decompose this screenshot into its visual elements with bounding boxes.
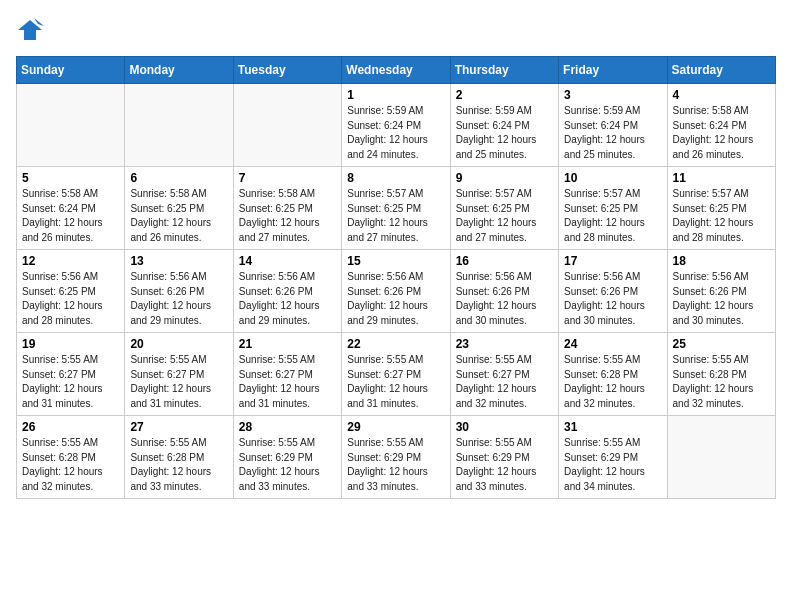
calendar-cell: 11Sunrise: 5:57 AM Sunset: 6:25 PM Dayli… [667,167,775,250]
calendar-table: SundayMondayTuesdayWednesdayThursdayFrid… [16,56,776,499]
cell-info: Sunrise: 5:58 AM Sunset: 6:25 PM Dayligh… [130,187,227,245]
cell-info: Sunrise: 5:59 AM Sunset: 6:24 PM Dayligh… [456,104,553,162]
day-header-thursday: Thursday [450,57,558,84]
day-header-saturday: Saturday [667,57,775,84]
cell-info: Sunrise: 5:56 AM Sunset: 6:26 PM Dayligh… [347,270,444,328]
calendar-cell: 13Sunrise: 5:56 AM Sunset: 6:26 PM Dayli… [125,250,233,333]
cell-info: Sunrise: 5:55 AM Sunset: 6:29 PM Dayligh… [239,436,336,494]
cell-info: Sunrise: 5:55 AM Sunset: 6:27 PM Dayligh… [456,353,553,411]
week-row-3: 12Sunrise: 5:56 AM Sunset: 6:25 PM Dayli… [17,250,776,333]
cell-info: Sunrise: 5:56 AM Sunset: 6:26 PM Dayligh… [456,270,553,328]
day-number: 16 [456,254,553,268]
day-number: 10 [564,171,661,185]
cell-info: Sunrise: 5:55 AM Sunset: 6:29 PM Dayligh… [456,436,553,494]
calendar-cell: 15Sunrise: 5:56 AM Sunset: 6:26 PM Dayli… [342,250,450,333]
day-number: 21 [239,337,336,351]
week-row-1: 1Sunrise: 5:59 AM Sunset: 6:24 PM Daylig… [17,84,776,167]
cell-info: Sunrise: 5:55 AM Sunset: 6:27 PM Dayligh… [130,353,227,411]
cell-info: Sunrise: 5:58 AM Sunset: 6:25 PM Dayligh… [239,187,336,245]
week-row-2: 5Sunrise: 5:58 AM Sunset: 6:24 PM Daylig… [17,167,776,250]
day-header-monday: Monday [125,57,233,84]
cell-info: Sunrise: 5:58 AM Sunset: 6:24 PM Dayligh… [673,104,770,162]
day-number: 8 [347,171,444,185]
calendar-cell [233,84,341,167]
cell-info: Sunrise: 5:55 AM Sunset: 6:28 PM Dayligh… [673,353,770,411]
calendar-cell: 25Sunrise: 5:55 AM Sunset: 6:28 PM Dayli… [667,333,775,416]
day-number: 23 [456,337,553,351]
day-header-friday: Friday [559,57,667,84]
day-number: 2 [456,88,553,102]
day-number: 18 [673,254,770,268]
cell-info: Sunrise: 5:57 AM Sunset: 6:25 PM Dayligh… [673,187,770,245]
cell-info: Sunrise: 5:59 AM Sunset: 6:24 PM Dayligh… [347,104,444,162]
day-number: 3 [564,88,661,102]
calendar-cell: 17Sunrise: 5:56 AM Sunset: 6:26 PM Dayli… [559,250,667,333]
calendar-cell: 7Sunrise: 5:58 AM Sunset: 6:25 PM Daylig… [233,167,341,250]
day-number: 17 [564,254,661,268]
calendar-cell: 2Sunrise: 5:59 AM Sunset: 6:24 PM Daylig… [450,84,558,167]
calendar-cell: 5Sunrise: 5:58 AM Sunset: 6:24 PM Daylig… [17,167,125,250]
calendar-cell: 8Sunrise: 5:57 AM Sunset: 6:25 PM Daylig… [342,167,450,250]
cell-info: Sunrise: 5:58 AM Sunset: 6:24 PM Dayligh… [22,187,119,245]
calendar-cell: 20Sunrise: 5:55 AM Sunset: 6:27 PM Dayli… [125,333,233,416]
day-number: 9 [456,171,553,185]
calendar-cell: 14Sunrise: 5:56 AM Sunset: 6:26 PM Dayli… [233,250,341,333]
calendar-cell: 19Sunrise: 5:55 AM Sunset: 6:27 PM Dayli… [17,333,125,416]
calendar-cell: 10Sunrise: 5:57 AM Sunset: 6:25 PM Dayli… [559,167,667,250]
calendar-cell: 31Sunrise: 5:55 AM Sunset: 6:29 PM Dayli… [559,416,667,499]
day-number: 6 [130,171,227,185]
day-number: 5 [22,171,119,185]
cell-info: Sunrise: 5:55 AM Sunset: 6:29 PM Dayligh… [564,436,661,494]
calendar-cell: 29Sunrise: 5:55 AM Sunset: 6:29 PM Dayli… [342,416,450,499]
calendar-cell: 30Sunrise: 5:55 AM Sunset: 6:29 PM Dayli… [450,416,558,499]
week-row-5: 26Sunrise: 5:55 AM Sunset: 6:28 PM Dayli… [17,416,776,499]
cell-info: Sunrise: 5:57 AM Sunset: 6:25 PM Dayligh… [456,187,553,245]
calendar-cell: 23Sunrise: 5:55 AM Sunset: 6:27 PM Dayli… [450,333,558,416]
cell-info: Sunrise: 5:56 AM Sunset: 6:26 PM Dayligh… [239,270,336,328]
cell-info: Sunrise: 5:56 AM Sunset: 6:25 PM Dayligh… [22,270,119,328]
calendar-cell [667,416,775,499]
page-header [16,16,776,44]
cell-info: Sunrise: 5:55 AM Sunset: 6:27 PM Dayligh… [22,353,119,411]
calendar-header: SundayMondayTuesdayWednesdayThursdayFrid… [17,57,776,84]
day-number: 1 [347,88,444,102]
calendar-cell: 28Sunrise: 5:55 AM Sunset: 6:29 PM Dayli… [233,416,341,499]
day-number: 13 [130,254,227,268]
day-number: 20 [130,337,227,351]
calendar-cell: 27Sunrise: 5:55 AM Sunset: 6:28 PM Dayli… [125,416,233,499]
day-number: 25 [673,337,770,351]
calendar-cell: 12Sunrise: 5:56 AM Sunset: 6:25 PM Dayli… [17,250,125,333]
cell-info: Sunrise: 5:56 AM Sunset: 6:26 PM Dayligh… [673,270,770,328]
day-number: 12 [22,254,119,268]
calendar-cell: 18Sunrise: 5:56 AM Sunset: 6:26 PM Dayli… [667,250,775,333]
day-number: 24 [564,337,661,351]
cell-info: Sunrise: 5:57 AM Sunset: 6:25 PM Dayligh… [564,187,661,245]
day-number: 29 [347,420,444,434]
calendar-cell: 24Sunrise: 5:55 AM Sunset: 6:28 PM Dayli… [559,333,667,416]
day-number: 22 [347,337,444,351]
day-number: 14 [239,254,336,268]
calendar-cell: 21Sunrise: 5:55 AM Sunset: 6:27 PM Dayli… [233,333,341,416]
day-number: 11 [673,171,770,185]
cell-info: Sunrise: 5:55 AM Sunset: 6:27 PM Dayligh… [239,353,336,411]
day-header-tuesday: Tuesday [233,57,341,84]
cell-info: Sunrise: 5:56 AM Sunset: 6:26 PM Dayligh… [564,270,661,328]
calendar-cell [17,84,125,167]
cell-info: Sunrise: 5:59 AM Sunset: 6:24 PM Dayligh… [564,104,661,162]
cell-info: Sunrise: 5:55 AM Sunset: 6:29 PM Dayligh… [347,436,444,494]
cell-info: Sunrise: 5:57 AM Sunset: 6:25 PM Dayligh… [347,187,444,245]
day-number: 30 [456,420,553,434]
calendar-cell: 26Sunrise: 5:55 AM Sunset: 6:28 PM Dayli… [17,416,125,499]
calendar-cell: 3Sunrise: 5:59 AM Sunset: 6:24 PM Daylig… [559,84,667,167]
calendar-cell: 22Sunrise: 5:55 AM Sunset: 6:27 PM Dayli… [342,333,450,416]
calendar-cell: 9Sunrise: 5:57 AM Sunset: 6:25 PM Daylig… [450,167,558,250]
calendar-cell: 16Sunrise: 5:56 AM Sunset: 6:26 PM Dayli… [450,250,558,333]
day-number: 4 [673,88,770,102]
cell-info: Sunrise: 5:55 AM Sunset: 6:28 PM Dayligh… [22,436,119,494]
day-header-wednesday: Wednesday [342,57,450,84]
cell-info: Sunrise: 5:55 AM Sunset: 6:28 PM Dayligh… [564,353,661,411]
day-number: 31 [564,420,661,434]
logo [16,16,48,44]
calendar-cell: 6Sunrise: 5:58 AM Sunset: 6:25 PM Daylig… [125,167,233,250]
week-row-4: 19Sunrise: 5:55 AM Sunset: 6:27 PM Dayli… [17,333,776,416]
